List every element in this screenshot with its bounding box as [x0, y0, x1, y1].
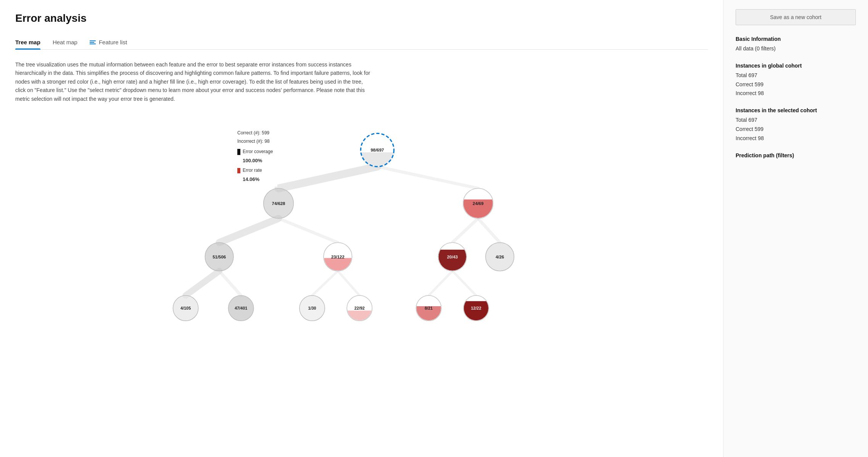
- sidebar-selected-correct: Correct 599: [736, 125, 856, 134]
- tree-node-n1[interactable]: 74/628: [264, 188, 294, 218]
- svg-text:22/92: 22/92: [354, 306, 365, 310]
- svg-point-6: [140, 118, 168, 132]
- feature-list-icon: [90, 40, 96, 44]
- tree-node-n9[interactable]: 1/30: [300, 296, 325, 321]
- svg-point-10: [142, 118, 167, 131]
- tab-feature-list[interactable]: Feature list: [90, 35, 127, 49]
- tab-heat-map[interactable]: Heat map: [53, 35, 77, 49]
- sidebar-section-title-basic-info: Basic Information: [736, 36, 856, 42]
- save-cohort-button[interactable]: Save as a new cohort: [736, 9, 856, 25]
- tree-node-n5[interactable]: 20/43: [438, 242, 467, 271]
- svg-point-7: [142, 118, 167, 131]
- svg-text:20/43: 20/43: [447, 255, 457, 259]
- svg-line-15: [219, 218, 279, 242]
- sidebar-section-title-global-cohort: Instances in global cohort: [736, 63, 856, 69]
- svg-line-13: [279, 166, 377, 188]
- tree-node-n4[interactable]: 23/122: [324, 242, 352, 271]
- sidebar-basic-info-item: All data (0 filters): [736, 44, 856, 53]
- svg-text:4/26: 4/26: [496, 255, 504, 259]
- sidebar-selected-incorrect: Incorrect 98: [736, 134, 856, 143]
- tab-tree-map[interactable]: Tree map: [15, 35, 40, 49]
- sidebar-selected-total: Total 697: [736, 116, 856, 125]
- tabs-container: Tree map Heat map Feature list: [15, 35, 708, 50]
- svg-text:24/69: 24/69: [473, 201, 483, 206]
- tree-node-n7[interactable]: 4/105: [173, 296, 198, 321]
- svg-text:4/105: 4/105: [180, 306, 191, 310]
- sidebar-global-correct: Correct 599: [736, 80, 856, 89]
- description-text: The tree visualization uses the mutual i…: [15, 60, 374, 103]
- svg-point-11: [142, 118, 167, 131]
- sidebar-section-prediction-path: Prediction path (filters): [736, 152, 856, 158]
- tree-visualization: 98/697 74/628 24/69: [15, 118, 708, 340]
- svg-text:12/22: 12/22: [471, 306, 481, 310]
- tree-node-n6[interactable]: 4/26: [486, 242, 514, 271]
- svg-text:74/628: 74/628: [272, 201, 285, 206]
- sidebar-section-basic-info: Basic Information All data (0 filters): [736, 36, 856, 53]
- tree-node-n3[interactable]: 51/506: [205, 242, 234, 271]
- svg-text:47/401: 47/401: [235, 306, 247, 310]
- sidebar-global-incorrect: Incorrect 98: [736, 89, 856, 98]
- svg-text:51/506: 51/506: [213, 255, 226, 259]
- sidebar-section-global-cohort: Instances in global cohort Total 697 Cor…: [736, 63, 856, 98]
- svg-point-3: [140, 118, 168, 132]
- tree-node-n11[interactable]: 8/21: [416, 296, 441, 321]
- svg-line-16: [279, 218, 338, 242]
- sidebar-section-selected-cohort: Instances in the selected cohort Total 6…: [736, 107, 856, 143]
- svg-text:98/697: 98/697: [371, 148, 384, 152]
- svg-point-1: [139, 118, 169, 133]
- svg-text:23/122: 23/122: [331, 255, 345, 259]
- tree-node-n10[interactable]: 22/92: [347, 296, 372, 321]
- page-title: Error analysis: [15, 12, 708, 24]
- tree-svg: 98/697 74/628 24/69: [15, 118, 708, 340]
- svg-point-12: [142, 118, 167, 131]
- sidebar: Save as a new cohort Basic Information A…: [723, 0, 868, 457]
- tree-node-root[interactable]: 98/697: [361, 133, 394, 166]
- svg-point-2: [139, 118, 169, 133]
- svg-point-0: [137, 118, 171, 135]
- svg-text:1/30: 1/30: [308, 306, 316, 310]
- tree-node-n8[interactable]: 47/401: [228, 296, 253, 321]
- svg-line-17: [453, 218, 478, 242]
- svg-point-9: [142, 118, 167, 131]
- svg-line-23: [429, 271, 453, 296]
- svg-line-18: [478, 218, 500, 242]
- svg-line-20: [219, 271, 241, 296]
- svg-line-24: [453, 271, 476, 296]
- svg-line-19: [186, 271, 219, 296]
- tree-node-n2[interactable]: 24/69: [463, 188, 493, 218]
- svg-line-22: [338, 271, 359, 296]
- svg-line-21: [312, 271, 338, 296]
- svg-text:8/21: 8/21: [425, 306, 433, 310]
- sidebar-section-title-selected-cohort: Instances in the selected cohort: [736, 107, 856, 113]
- svg-point-5: [140, 118, 168, 132]
- svg-point-8: [142, 118, 167, 131]
- sidebar-section-title-prediction-path: Prediction path (filters): [736, 152, 856, 158]
- tree-node-n12[interactable]: 12/22: [464, 296, 489, 321]
- sidebar-global-total: Total 697: [736, 71, 856, 80]
- svg-line-14: [377, 166, 478, 188]
- svg-point-4: [140, 118, 168, 132]
